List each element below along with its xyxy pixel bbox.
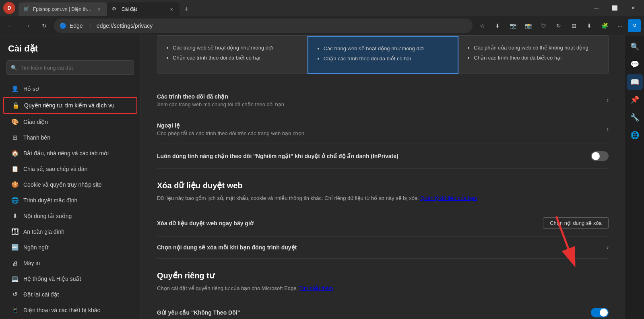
privacy-title: Quyền riêng tư [157,271,609,280]
forward-button[interactable]: → [20,19,35,33]
sidebar-item-privacy[interactable]: 🔒 Quyền riêng tư, tìm kiếm và dịch vụ [3,97,137,114]
sidebar-item-devices[interactable]: 📱 Điện thoại và các thiết bị khác [3,303,137,318]
inprivate-toggle-knob [592,152,600,160]
sidebar-item-language-label: Ngôn ngữ [23,244,48,251]
shield-button[interactable]: 🛡 [536,19,551,33]
blocked-trackers-title: Các trình theo dõi đã chặn [157,93,284,100]
edge-label: Edge [70,23,83,29]
download-icon-button[interactable]: ⬇ [582,19,597,33]
favorites-button[interactable]: ☆ [475,19,489,33]
sidebar-item-language[interactable]: 🔤 Ngôn ngữ [3,240,137,255]
exceptions-content: Ngoại lệ Cho phép tất cả các trình theo … [157,122,304,136]
strict-bullet-2: Chặn các trình theo dõi đã biết có hại [474,54,600,62]
main-layout: Cài đặt 🔍 👤 Hồ sơ 🔒 Quyền riêng tư, tìm … [0,35,644,319]
balanced-bullet-1: Các trang web sẽ hoạt động như mong đợi [324,45,450,53]
default-browser-icon: 🌐 [11,197,19,204]
clear-data-desc-text: Dữ liệu này bao gồm lịch sử, mật khẩu, c… [157,195,419,201]
sidebar-item-profile-label: Hồ sơ [23,86,39,92]
search-input[interactable] [21,65,130,71]
search-icon: 🔍 [11,65,17,71]
sidebar-item-downloads[interactable]: ⬇ Nội dung tải xuống [3,208,137,224]
tab-settings[interactable]: ⚙ Cài đặt ✕ [107,2,180,16]
language-icon: 🔤 [11,244,19,251]
tab-fpt-close[interactable]: ✕ [96,6,102,12]
sidebar-item-sharing-label: Chia sẻ, sao chép và dán [23,166,87,172]
maximize-button[interactable]: ⬜ [605,0,624,16]
sidebar-item-default-browser-label: Trình duyệt mặc định [23,197,77,204]
learn-more-link[interactable]: Tìm hiểu thêm [299,285,333,291]
right-sidebar-icon-3[interactable]: 📌 [627,92,643,108]
download-button[interactable]: ⬇ [490,19,505,33]
sidebar-search[interactable]: 🔍 [6,60,134,75]
devices-icon: 📱 [11,307,19,314]
print-icon: 🖨 [11,259,19,267]
sidebar-item-sharing[interactable]: 📋 Chia sẻ, sao chép và dán [3,161,137,177]
inprivate-header: Luôn dùng tính năng chặn theo dõi "Nghiê… [157,151,609,161]
collections-button[interactable]: 📷 [506,19,520,33]
sidebar-item-default-browser[interactable]: 🌐 Trình duyệt mặc định [3,193,137,208]
sidebar-item-print[interactable]: 🖨 Máy in [3,255,137,271]
clear-data-desc: Dữ liệu này bao gồm lịch sử, mật khẩu, c… [157,194,609,202]
blocked-trackers-chevron[interactable]: › [607,97,609,104]
clear-now-section: Xóa dữ liệu duyệt web ngay bây giờ Chọn … [157,210,609,237]
profile-avatar[interactable]: D [3,2,15,14]
sidebar-item-profile[interactable]: 👤 Hồ sơ [3,81,137,97]
minimize-button[interactable]: — [587,0,605,16]
tracking-card-strict[interactable]: Các phần của trang web có thể không hoạt… [458,36,608,74]
tracking-card-balanced[interactable]: Các trang web sẽ hoạt động như mong đợi … [308,36,459,74]
sidebar-item-sidebar[interactable]: ⊞ Thanh bên [3,130,137,145]
sidebar-item-system[interactable]: 💻 Hệ thống và Hiệu suất [3,271,137,286]
right-sidebar-icon-4[interactable]: 🔧 [627,109,643,126]
tab-settings-close[interactable]: ✕ [168,6,175,12]
address-separator: | [89,22,91,29]
exceptions-chevron[interactable]: › [607,126,609,133]
update-button[interactable]: ↻ [551,19,566,33]
strict-bullet-1: Các phần của trang web có thể không hoạt… [474,44,600,52]
basic-bullet-1: Các trang web sẽ hoạt động như mong đợi [173,44,299,52]
inprivate-toggle[interactable] [591,151,609,161]
sidebar-item-cookies[interactable]: 🍪 Cookie và quyền truy nhập site [3,177,137,192]
extensions-button[interactable]: 🧩 [597,19,612,33]
address-text: edge://settings/privacy [97,23,467,29]
nav-actions: ☆ ⬇ 📷 📸 🛡 ↻ ⊞ ⬇ 🧩 ··· M [475,19,641,33]
tab-group: 🛒 Fptshop.com.vn | Điện thoại, Lap... ✕ … [19,0,585,16]
settings-sidebar: Cài đặt 🔍 👤 Hồ sơ 🔒 Quyền riêng tư, tìm … [0,35,141,319]
sidebar-item-appearance[interactable]: 🎨 Giao diện [3,114,137,130]
content-area: Các trang web sẽ hoạt động như mong đợi … [141,35,625,319]
tab-fpt-favicon: 🛒 [23,6,30,12]
sidebar-item-family[interactable]: 👨‍👩‍👧 An toàn gia đình [3,224,137,239]
right-sidebar-icon-2[interactable]: 📖 [627,74,643,90]
dnt-header: Gửi yêu cầu "Không Theo Dõi" [157,308,609,317]
tracking-cards: Các trang web sẽ hoạt động như mong đợi … [157,35,609,74]
new-tab-button[interactable]: + [180,2,193,16]
clear-on-close-chevron[interactable]: › [607,244,609,251]
more-button[interactable]: ··· [613,19,627,33]
clear-now-button[interactable]: Chọn nội dung sẽ xóa [543,217,609,229]
inprivate-section: Luôn dùng tính năng chặn theo dõi "Nghiê… [157,144,609,169]
refresh-button[interactable]: ↻ [37,19,52,33]
tracking-card-basic[interactable]: Các trang web sẽ hoạt động như mong đợi … [157,36,308,74]
dnt-toggle[interactable] [591,308,609,317]
right-sidebar-icon-5[interactable]: 🌐 [627,127,643,143]
clear-now-header: Xóa dữ liệu duyệt web ngay bây giờ Chọn … [157,217,609,229]
basic-bullet-2: Chặn các trình theo dõi đã biết có hại [173,54,299,62]
sidebar-item-cookies-label: Cookie và quyền truy nhập site [23,181,102,188]
dnt-label: Gửi yêu cầu "Không Theo Dõi" [157,309,240,316]
balanced-bullet-2: Chặn các trình theo dõi đã biết có hại [324,55,450,63]
tab-fpt[interactable]: 🛒 Fptshop.com.vn | Điện thoại, Lap... ✕ [19,2,107,16]
clear-now-label: Xóa dữ liệu duyệt web ngay bây giờ [157,220,254,226]
address-bar[interactable]: 🔵 Edge | edge://settings/privacy [54,19,473,33]
sidebar-toggle[interactable]: ⊞ [567,19,581,33]
right-sidebar-icon-0[interactable]: 🔍 [627,39,643,55]
sidebar-item-family-label: An toàn gia đình [23,228,64,235]
manage-data-link[interactable]: Quản lý dữ liệu của bạn [420,195,477,201]
right-sidebar-icon-1[interactable]: 💬 [627,56,643,72]
close-button[interactable]: ✕ [624,0,642,16]
back-button[interactable]: ← [3,19,18,33]
edge-account-button[interactable]: M [628,19,641,32]
sidebar-item-reset[interactable]: ↺ Đặt lại cài đặt [3,287,137,302]
blocked-trackers-content: Các trình theo dõi đã chặn Xem các trang… [157,93,284,107]
camera-button[interactable]: 📸 [521,19,535,33]
sidebar-item-downloads-label: Nội dung tải xuống [23,213,72,219]
sidebar-item-startup[interactable]: 🏠 Bắt đầu, nhà riêng và các tab mới [3,146,137,161]
